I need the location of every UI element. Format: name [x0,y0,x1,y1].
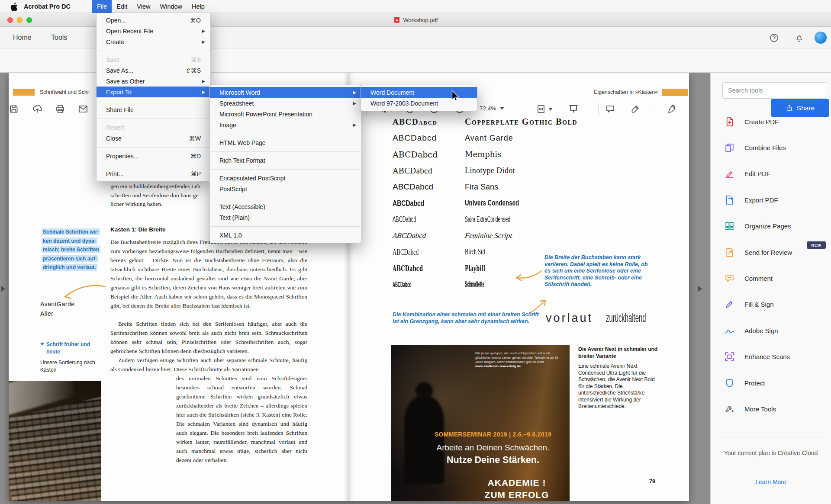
word-item-word-97-2003-document[interactable]: Word 97-2003 Document [361,98,477,109]
menu-item-label: Text (Accessible) [219,203,265,210]
menu-separator [210,148,361,155]
menu-item-save-as[interactable]: Save As... ⇧⌘S [97,65,210,76]
export-item-rich-text-format[interactable]: Rich Text Format [210,155,361,166]
menubar-item-view[interactable]: View [132,0,155,13]
sidebar-tool-comment[interactable]: Comment [711,265,831,291]
menubar-items: File Edit View Window Help [92,0,209,13]
font-name-text: Birch Std [465,247,485,257]
font-sample-row: ABCDabcd Feminine Script [393,228,672,244]
export-item-spreadsheet[interactable]: Spreadsheet ▶ [210,98,361,109]
export-item-text-plain[interactable]: Text (Plain) [210,212,361,223]
export-pdf-icon [724,195,735,205]
sidebar-tool-fill-sign[interactable]: Fill & Sign [711,292,831,318]
export-item-text-accessible[interactable]: Text (Accessible) [210,201,361,212]
wide-word: vorlaut [546,311,593,325]
caret-down-icon [548,108,553,111]
highlighter-icon[interactable] [630,104,641,114]
export-item-microsoft-word[interactable]: Microsoft Word ▶ [210,87,361,98]
submenu-arrow-icon: ▶ [202,29,205,33]
sidebar-tool-label: Export PDF [744,196,778,204]
toolbar-separator [598,103,599,115]
tab-home[interactable]: Home [13,27,32,48]
page-fit-dropdown[interactable] [536,104,553,114]
upload-cloud-icon[interactable] [32,104,42,114]
share-button[interactable]: Share [771,99,829,117]
menu-item-revert[interactable]: Revert [97,122,210,133]
sidebar-tool-adobe-sign[interactable]: Adobe Sign [711,318,831,343]
help-icon[interactable] [769,33,779,43]
sign-icon[interactable] [667,104,677,114]
menu-item-save[interactable]: Save ⌘S [97,54,210,65]
printer-icon[interactable] [55,104,65,114]
export-item-html-web-page[interactable]: HTML Web Page [210,137,361,148]
sidebar-tool-organize-pages[interactable]: Organize Pages [711,213,831,239]
avenir-note: Die Avenir Next in schmaler und breiter … [578,346,660,410]
export-item-image[interactable]: Image ▶ [210,119,361,130]
email-icon[interactable] [78,104,88,114]
menu-item-open[interactable]: Open... ⌘O [97,15,210,26]
sidebar-tool-combine-files[interactable]: Combine Files [711,135,831,161]
menu-item-shortcut: ⌘O [190,17,201,24]
right-panel-toggle[interactable] [698,286,702,292]
presentation-mode-icon[interactable] [568,104,579,114]
sidebar-tool-label: Combine Files [744,144,786,151]
left-panel-toggle[interactable] [1,286,5,292]
export-item-postscript[interactable]: PostScript [210,183,361,194]
kasten-title: Kasten 1: Die Breite [110,226,166,233]
menu-item-label: Encapsulated PostScript [219,175,286,182]
menu-item-label: Close [106,135,122,142]
menu-item-label: Rich Text Format [219,157,265,164]
menubar-item-label: Help [192,3,205,10]
export-item-xml-1-0[interactable]: XML 1.0 [210,230,361,241]
zoom-level-dropdown[interactable]: 72,4% [480,105,504,112]
menu-item-open-recent-file[interactable]: Open Recent File ▶ [97,26,210,36]
tools-sidebar: Create PDF Combine Files Edit PDF Export… [710,73,831,504]
menu-item-create[interactable]: Create ▶ [97,36,210,47]
sidebar-tool-more-tools[interactable]: More Tools [711,396,831,422]
menubar-item-edit[interactable]: Edit [112,0,132,13]
ad-brand1: AKADEMIE ! [452,478,570,488]
font-sample-row: ABCDabcd Memphis [393,146,672,163]
search-tools-input[interactable] [722,82,827,99]
font-name-text: Copperplate Gothic Bold [465,117,577,127]
fit-width-icon [536,104,546,114]
menu-item-share-file[interactable]: Share File [97,104,210,115]
menu-item-properties[interactable]: Properties... ⌘D [97,151,210,161]
comment-tool-icon [724,273,735,284]
menubar-item-file[interactable]: File [92,0,112,13]
learn-more-link[interactable]: Learn More [711,478,831,485]
macos-menubar: Acrobat Pro DC File Edit View Window Hel… [0,0,831,13]
menu-item-print[interactable]: Print... ⌘P [97,168,210,179]
menu-item-label: Open... [106,17,126,24]
sidebar-tool-label: Enhance Scans [744,353,790,360]
export-item-microsoft-powerpoint-presentation[interactable]: Microsoft PowerPoint Presentation [210,109,361,119]
caret-down-icon [500,107,504,110]
font-sample-text: ABCDabcd [393,215,435,224]
menubar-item-help[interactable]: Help [187,0,209,13]
ad-line2: Nutze Deine Stärken. [426,455,560,465]
sidebar-tool-enhance-scans[interactable]: Enhance Scans [711,344,831,370]
menu-item-export-to[interactable]: Export To ▶ [97,87,210,97]
export-item-encapsulated-postscript[interactable]: Encapsulated PostScript [210,173,361,183]
save-icon[interactable] [9,104,19,114]
sidebar-tool-protect[interactable]: Protect [711,370,831,396]
tab-tools[interactable]: Tools [51,27,67,48]
menu-item-close[interactable]: Close ⌘W [97,133,210,144]
word-item-word-document[interactable]: Word Document [361,87,477,98]
comment-bubble-icon[interactable] [605,104,615,114]
apple-icon[interactable] [10,3,18,10]
font-sample-text: ABCDabcd [393,133,465,143]
file-menu: Open... ⌘O Open Recent File ▶ Create ▶ S… [96,13,211,182]
menu-item-shortcut: ⌘W [189,135,201,142]
account-avatar[interactable] [815,32,827,44]
menubar-item-window[interactable]: Window [155,0,187,13]
sidebar-tool-edit-pdf[interactable]: Edit PDF [711,161,831,187]
share-icon [786,104,793,112]
menu-item-save-as-other[interactable]: Save as Other ▶ [97,76,210,87]
seminar-ad-image: Für jeden geeignet, der noch erfolgreich… [391,345,570,501]
sidebar-tool-export-pdf[interactable]: Export PDF [711,187,831,213]
new-badge: NEW [807,241,826,249]
menu-item-shortcut: ⌘D [190,153,201,160]
notifications-bell-icon[interactable] [794,33,804,43]
menu-item-label: Print... [106,170,123,177]
